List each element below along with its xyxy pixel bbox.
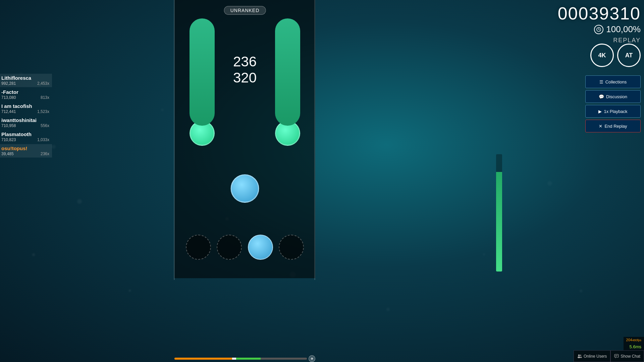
mode-buttons-container: 4K AT — [590, 44, 641, 67]
clock-icon — [594, 25, 603, 34]
fps-value: 204480fps — [626, 338, 641, 344]
svg-point-8 — [580, 357, 582, 358]
list-item: iwanttoshinitai 710,958 556x — [0, 116, 52, 129]
playback-button[interactable]: ▶ 1x Playback — [585, 105, 641, 118]
player-name: iwanttoshinitai — [1, 117, 49, 123]
background — [0, 0, 644, 362]
player-combo: 1,033x — [37, 137, 49, 142]
collections-icon: ☰ — [599, 79, 603, 84]
end-replay-icon: ✕ — [599, 124, 602, 129]
list-item: osu!topus! 39,485 236x — [0, 144, 52, 158]
chat-icon — [614, 354, 619, 359]
show-chat-button[interactable]: Show Chat — [610, 350, 644, 362]
player-combo: 1,523x — [37, 109, 49, 114]
progress-marker — [232, 358, 236, 360]
game-score-display: 236 320 — [233, 54, 257, 86]
collections-button[interactable]: ☰ Collections — [585, 75, 641, 88]
progress-remaining — [261, 358, 307, 360]
player-combo: 236x — [41, 152, 49, 156]
lane-3 — [248, 235, 273, 260]
playback-label: 1x Playback — [604, 109, 627, 114]
player-score: 710,958 — [1, 123, 16, 128]
online-users-label: Online Users — [584, 354, 607, 359]
users-icon — [577, 354, 582, 359]
svg-marker-12 — [615, 357, 616, 358]
replay-label: REPLAY — [613, 37, 641, 44]
lane-1 — [186, 235, 211, 260]
mode-4k-button[interactable]: 4K — [590, 44, 614, 67]
end-replay-button[interactable]: ✕ End Replay — [585, 120, 641, 132]
discussion-label: Discussion — [606, 94, 627, 99]
fps-display: 204480fps 5.6ms — [624, 337, 644, 350]
game-separator-right — [314, 0, 315, 280]
max-combo-value: 320 — [233, 70, 257, 86]
list-item: Lithifloresca 992,281 2,453x — [0, 74, 52, 87]
progress-play-button[interactable] — [309, 355, 315, 362]
svg-rect-9 — [614, 354, 619, 357]
player-name: Plasmatooth — [1, 131, 49, 137]
player-name: I am tacofish — [1, 103, 49, 109]
list-item: -Factor 713,080 813x — [0, 88, 52, 101]
progress-bar-container — [174, 355, 315, 362]
progress-bar — [174, 358, 307, 360]
left-note-column — [190, 18, 215, 126]
game-area: UNRANKED 236 320 — [174, 0, 315, 278]
unranked-badge: UNRANKED — [224, 6, 266, 15]
accuracy-meter — [496, 154, 502, 272]
player-name: -Factor — [1, 89, 49, 95]
player-name: osu!topus! — [1, 145, 49, 151]
player-combo: 813x — [41, 95, 49, 100]
player-score: 713,080 — [1, 95, 16, 100]
falling-note-circle — [231, 174, 259, 203]
player-score: 992,281 — [1, 81, 16, 86]
playback-icon: ▶ — [598, 109, 602, 114]
latency-value: 5.6ms — [630, 344, 641, 349]
player-score: 39,485 — [1, 152, 14, 156]
score-value: 00039310 — [558, 3, 641, 23]
show-chat-label: Show Chat — [621, 354, 640, 359]
svg-point-7 — [578, 356, 580, 358]
online-users-button[interactable]: Online Users — [574, 350, 610, 362]
accuracy-meter-fill — [496, 172, 502, 272]
discussion-icon: 💬 — [599, 94, 604, 99]
player-name: Lithifloresca — [1, 75, 49, 81]
game-separator-left — [174, 0, 175, 280]
accuracy-value: 100,00% — [606, 24, 641, 35]
bottom-toolbar: Online Users Show Chat — [574, 350, 644, 362]
mode-at-button[interactable]: AT — [617, 44, 641, 67]
player-combo: 556x — [41, 123, 49, 128]
fps-sub: 480fps — [632, 339, 641, 342]
player-combo: 2,453x — [37, 81, 49, 86]
end-replay-label: End Replay — [604, 124, 627, 129]
lane-2 — [217, 235, 242, 260]
leaderboard: Lithifloresca 992,281 2,453x -Factor 713… — [0, 74, 52, 158]
list-item: Plasmatooth 710,823 1,033x — [0, 130, 52, 143]
bottom-lanes — [174, 235, 315, 260]
progress-played — [174, 358, 234, 360]
right-note-column — [275, 18, 300, 126]
discussion-button[interactable]: 💬 Discussion — [585, 90, 641, 103]
action-buttons: ☰ Collections 💬 Discussion ▶ 1x Playback… — [585, 75, 641, 132]
lane-4 — [279, 235, 304, 260]
list-item: I am tacofish 712,441 1,523x — [0, 102, 52, 115]
collections-label: Collections — [605, 79, 627, 84]
svg-point-6 — [580, 355, 581, 356]
player-score: 712,441 — [1, 109, 16, 114]
svg-point-5 — [578, 354, 580, 356]
combo-value: 236 — [233, 54, 257, 70]
svg-line-2 — [599, 29, 600, 30]
player-score: 710,823 — [1, 137, 16, 142]
score-display: 00039310 100,00% — [558, 3, 641, 35]
progress-current — [234, 358, 261, 360]
